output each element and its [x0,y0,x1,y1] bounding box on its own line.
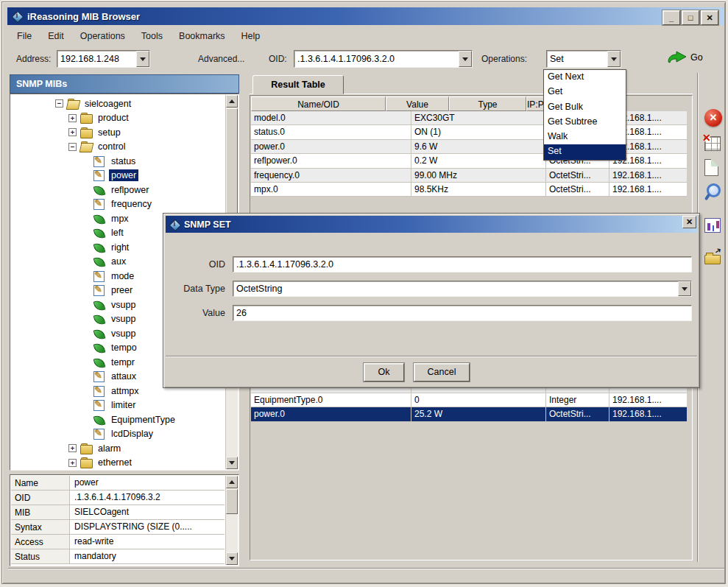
column-header[interactable]: Name/OID [251,96,386,111]
advanced-button[interactable]: Advanced... [198,54,244,64]
tree-expander[interactable]: − [55,99,63,108]
tree-item[interactable]: lcdDisplay [11,427,225,442]
dialog-value-input[interactable]: 26 [233,305,692,321]
table-row[interactable]: power.0 25.2 W OctetStri... 192.168.1...… [251,407,687,421]
dialog-datatype-combo[interactable]: OctetString [233,281,692,297]
tree-item-label: tempr [109,356,137,368]
properties-scroll-thumb[interactable] [226,489,238,514]
chevron-down-icon[interactable] [459,51,472,67]
tree-item[interactable]: − sielcoagent [11,96,225,111]
tree-item-label: aux [109,256,128,267]
column-header[interactable]: Value [386,96,449,111]
oid-label: OID: [269,54,287,64]
tree-expander[interactable]: − [68,143,77,151]
address-value: 192.168.1.248 [57,54,136,64]
operations-option[interactable]: Set [544,144,626,159]
dialog-title: SNMP SET [184,219,231,230]
pen-icon [93,371,105,382]
dialog-title-bar: SNMP SET [166,216,697,233]
tree-item[interactable]: power [11,169,225,183]
tree-item[interactable]: status [11,154,225,169]
minimize-button[interactable]: _ [662,10,680,25]
leaf-icon [93,415,105,425]
menu-item[interactable]: Tools [133,29,171,43]
tree-item-label: limiter [109,399,138,411]
operations-option[interactable]: Get [544,85,626,99]
tree-item-label: status [109,155,138,167]
scroll-down-icon[interactable] [226,552,238,565]
scroll-up-icon[interactable] [226,95,238,108]
pen-icon [93,170,105,180]
search-icon[interactable] [704,183,722,200]
dialog-oid-input[interactable]: .1.3.6.1.4.1.17096.3.2.0 [233,256,692,273]
table-row[interactable]: mpx.0 98.5KHz OctetStri... 192.168.1.... [251,183,687,197]
operations-value: Set [547,54,607,64]
cancel-button[interactable]: Cancel [414,363,470,382]
menu-item[interactable]: Edit [40,29,72,43]
tree-item-label: tempo [109,342,139,354]
operations-option[interactable]: Get Bulk [544,100,626,115]
cell-name: power.0 [251,407,411,421]
tree-item-label: frequency [109,198,154,210]
ok-button[interactable]: Ok [364,363,404,382]
operations-option[interactable]: Get Next [544,70,626,85]
go-label: Go [690,52,703,63]
menu-item[interactable]: Help [233,29,269,43]
tree-item[interactable]: + setup [11,125,225,140]
cell-name: status.0 [251,125,411,139]
stop-icon[interactable] [704,109,722,127]
go-button[interactable]: Go [666,51,703,64]
cell-ip-port: 192.168.1.... [609,407,687,421]
column-header[interactable]: Type [449,96,526,111]
title-bar: iReasoning MIB Browser [7,7,724,25]
cell-type: Integer [546,393,609,407]
tree-expander[interactable]: + [68,114,77,122]
tree-item[interactable]: reflpower [11,183,225,197]
menu-bar: FileEditOperationsToolsBookmarksHelp [9,27,723,45]
maximize-button[interactable]: □ [682,10,699,25]
dialog-close-button[interactable]: ✕ [682,216,696,228]
menu-item[interactable]: Operations [72,29,133,43]
leaf-icon [93,328,105,339]
chevron-down-icon[interactable] [136,51,149,67]
tree-item[interactable]: frequency [11,197,225,212]
properties-scrollbar[interactable] [225,476,238,565]
scroll-down-icon[interactable] [226,457,238,469]
tab-result-table[interactable]: Result Table [252,75,344,94]
scroll-up-icon[interactable] [226,476,238,488]
tree-expander[interactable]: + [68,444,77,452]
tree-item-label: setup [96,127,123,138]
tree-item[interactable]: + ethernet [11,456,225,470]
tree-item-label: EquipmentType [109,414,177,426]
tree-expander[interactable]: + [68,459,77,467]
snmp-set-dialog: SNMP SET ✕ OID .1.3.6.1.4.1.17096.3.2.0 … [163,213,700,388]
close-button[interactable]: ✕ [701,10,718,25]
tree-item[interactable]: + product [11,111,225,126]
address-combo[interactable]: 192.168.1.248 [57,50,150,68]
cell-value: 9.6 W [411,140,546,154]
tree-item[interactable]: − control [11,140,225,155]
chevron-down-icon[interactable] [678,281,691,296]
new-document-icon[interactable] [704,159,718,176]
tree-expander[interactable]: + [68,128,77,136]
operations-option[interactable]: Walk [544,130,626,144]
operations-option[interactable]: Get Subtree [544,115,626,130]
table-row[interactable]: frequency.0 99.00 MHz OctetStri... 192.1… [251,169,687,183]
clear-table-icon[interactable] [704,136,721,151]
menu-item[interactable]: Bookmarks [171,29,233,43]
tree-item[interactable]: EquipmentType [11,412,225,427]
export-icon[interactable] [704,255,721,264]
oid-combo[interactable]: .1.3.6.1.4.1.17096.3.2.0 [294,50,473,68]
dialog-datatype-value: OctetString [233,284,678,294]
menu-item[interactable]: File [9,29,40,43]
tree-item[interactable]: limiter [11,398,225,413]
graph-icon[interactable] [704,218,721,233]
node-properties: Name power OID .1.3.6.1.4.1.17096.3.2 MI… [10,474,239,566]
cell-name: reflpower.0 [251,154,411,168]
tree-item[interactable]: + alarm [11,441,225,456]
tree-item-label: preer [109,284,135,296]
chevron-down-icon[interactable] [607,51,621,67]
table-row[interactable]: EquipmentType.0 0 Integer 192.168.1.... [251,393,687,407]
cell-value: EXC30GT [411,111,546,125]
operations-combo[interactable]: Set [546,50,621,68]
